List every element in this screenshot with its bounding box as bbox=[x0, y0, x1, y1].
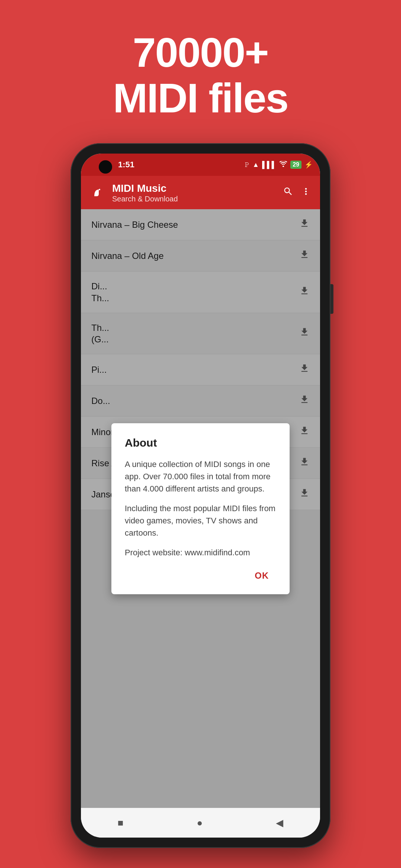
phone-mockup: 1:51 𝙿 ▲ ▌▌▌ 29 ⚡ bbox=[71, 143, 330, 848]
wifi-icon bbox=[279, 161, 287, 169]
more-options-button[interactable] bbox=[301, 186, 311, 199]
side-button bbox=[330, 284, 333, 314]
app-bar-actions bbox=[283, 186, 311, 199]
nav-back-button[interactable]: ◀ bbox=[276, 817, 283, 829]
hero-heading: 70000+ MIDI files bbox=[113, 30, 288, 121]
hero-line1: 70000+ bbox=[113, 30, 288, 75]
dialog-title: About bbox=[125, 437, 276, 449]
hero-line2: MIDI files bbox=[113, 75, 288, 121]
dialog-actions: OK bbox=[125, 566, 276, 585]
search-button[interactable] bbox=[283, 186, 293, 199]
app-bar: MIDI Music Search & Download bbox=[81, 176, 320, 209]
dialog-ok-button[interactable]: OK bbox=[247, 566, 276, 585]
status-icons: 𝙿 ▲ ▌▌▌ 29 ⚡ bbox=[245, 161, 313, 169]
dialog-website: Project website: www.midifind.com bbox=[125, 546, 276, 559]
nav-home-button[interactable]: ● bbox=[197, 817, 203, 829]
notification-icon-triangle: ▲ bbox=[252, 161, 259, 169]
phone-screen: 1:51 𝙿 ▲ ▌▌▌ 29 ⚡ bbox=[81, 154, 320, 838]
dialog-overlay: About A unique collection of MIDI songs … bbox=[81, 209, 320, 808]
status-time: 1:51 bbox=[118, 160, 134, 170]
status-bar: 1:51 𝙿 ▲ ▌▌▌ 29 ⚡ bbox=[81, 154, 320, 176]
app-subtitle: Search & Download bbox=[112, 195, 283, 203]
dialog-paragraph2: Including the most popular MIDI files fr… bbox=[125, 502, 276, 539]
battery-level: 29 bbox=[290, 161, 301, 169]
svg-rect-0 bbox=[99, 189, 100, 190]
app-logo bbox=[90, 184, 106, 201]
app-title: MIDI Music bbox=[112, 182, 283, 195]
nav-bar: ■ ● ◀ bbox=[81, 808, 320, 838]
nav-recents-button[interactable]: ■ bbox=[118, 817, 124, 829]
app-title-block: MIDI Music Search & Download bbox=[112, 182, 283, 203]
signal-icon: ▌▌▌ bbox=[262, 161, 276, 169]
dialog-paragraph1: A unique collection of MIDI songs in one… bbox=[125, 458, 276, 495]
battery-bolt: ⚡ bbox=[304, 161, 313, 169]
about-dialog: About A unique collection of MIDI songs … bbox=[111, 423, 290, 594]
notification-icon-p: 𝙿 bbox=[245, 161, 250, 169]
